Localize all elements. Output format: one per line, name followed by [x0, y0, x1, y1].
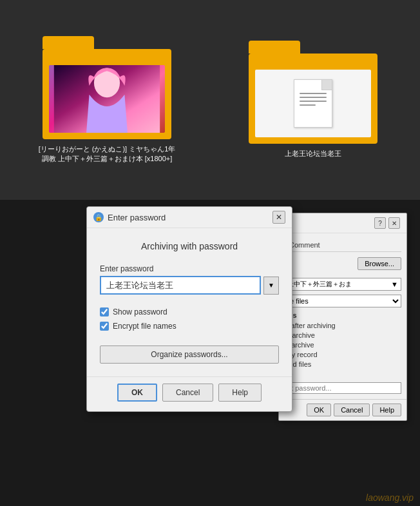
- secondary-option-3: d archive: [284, 341, 401, 349]
- secondary-option-5: ved files: [284, 360, 401, 368]
- secondary-ok-btn[interactable]: OK: [307, 404, 331, 416]
- encrypt-files-label: Encrypt file names: [113, 322, 177, 331]
- secondary-password-input[interactable]: [284, 382, 401, 394]
- main-help-btn[interactable]: Help: [218, 384, 262, 402]
- password-input-row: ▼: [100, 276, 279, 295]
- secondary-cancel-btn[interactable]: Cancel: [334, 404, 370, 416]
- main-body: Archiving with password Enter password ▼…: [87, 228, 292, 376]
- password-field-label: Enter password: [100, 264, 279, 273]
- archiving-title: Archiving with password: [100, 241, 279, 251]
- secondary-option-6: ve: [284, 370, 401, 378]
- folder-label-2: 上老王论坛当老王: [285, 149, 341, 159]
- main-bottom-buttons: OK Cancel Help: [87, 376, 292, 411]
- secondary-select[interactable]: e files: [284, 295, 401, 307]
- folder-item-1[interactable]: [リーりおがーと (かえぬこ)] ミヤちゃん1年 調教 上中下＋外三篇＋おまけ本…: [30, 36, 184, 164]
- secondary-option-1: s after archiving: [284, 322, 401, 329]
- dropdown-arrow-icon: ▼: [391, 280, 398, 288]
- main-title-bar: 🔒 Enter password ✕: [87, 207, 292, 228]
- folder-label-1: [リーりおがーと (かえぬこ)] ミヤちゃん1年 調教 上中下＋外三篇＋おまけ本…: [36, 144, 178, 164]
- secondary-close-btn[interactable]: ✕: [388, 217, 400, 229]
- dialog-main: 🔒 Enter password ✕ Archiving with passwo…: [86, 206, 292, 412]
- main-cancel-btn[interactable]: Cancel: [162, 384, 213, 402]
- browse-button[interactable]: Browse...: [358, 257, 401, 270]
- dialog-main-title: Enter password: [108, 213, 166, 222]
- folder-thumbnail-1: [49, 65, 165, 133]
- secondary-help-btn[interactable]: ?: [374, 217, 386, 229]
- background-folder-area: [リーりおがーと (かえぬこ)] ミヤちゃん1年 調教 上中下＋外三篇＋おまけ本…: [0, 0, 420, 200]
- secondary-dropdown[interactable]: 上中下＋外三篇＋おま ▼: [284, 278, 401, 291]
- secondary-dropdown-value: 上中下＋外三篇＋おま: [287, 280, 352, 289]
- secondary-section-label: ons: [284, 311, 401, 319]
- secondary-option-4: ery record: [284, 351, 401, 358]
- secondary-title-bar: ? ✕: [279, 213, 406, 233]
- password-dropdown-arrow[interactable]: ▼: [263, 277, 279, 295]
- folder-item-2[interactable]: 上老王论坛当老王: [236, 41, 390, 159]
- dialog-icon: 🔒: [93, 212, 104, 222]
- secondary-option-2: X archive: [284, 331, 401, 339]
- dialog-secondary: ? ✕ Comment Browse... 上中下＋外三篇＋おま ▼ e fil…: [278, 213, 407, 421]
- folder-thumbnail-2: [255, 70, 371, 137]
- watermark: laowang.vip: [366, 492, 414, 503]
- show-password-label: Show password: [113, 307, 167, 316]
- show-password-checkbox[interactable]: [100, 307, 109, 316]
- secondary-help-button[interactable]: Help: [372, 404, 401, 416]
- folder-icon-1: [43, 36, 171, 139]
- organize-passwords-btn[interactable]: Organize passwords...: [100, 345, 279, 364]
- main-close-btn[interactable]: ✕: [272, 211, 285, 224]
- main-ok-btn[interactable]: OK: [117, 384, 157, 402]
- secondary-bottom-buttons: OK Cancel Help: [279, 399, 406, 420]
- secondary-content: Comment Browse... 上中下＋外三篇＋おま ▼ e files o…: [279, 233, 406, 399]
- bottom-area: ? ✕ Comment Browse... 上中下＋外三篇＋おま ▼ e fil…: [0, 200, 420, 506]
- encrypt-files-checkbox[interactable]: [100, 322, 109, 331]
- main-title-left: 🔒 Enter password: [93, 212, 166, 222]
- password-input[interactable]: [100, 276, 261, 295]
- show-password-row: Show password: [100, 307, 279, 316]
- folder-icon-2: [249, 41, 377, 144]
- encrypt-files-row: Encrypt file names: [100, 322, 279, 331]
- secondary-tab-row: Comment: [284, 238, 401, 252]
